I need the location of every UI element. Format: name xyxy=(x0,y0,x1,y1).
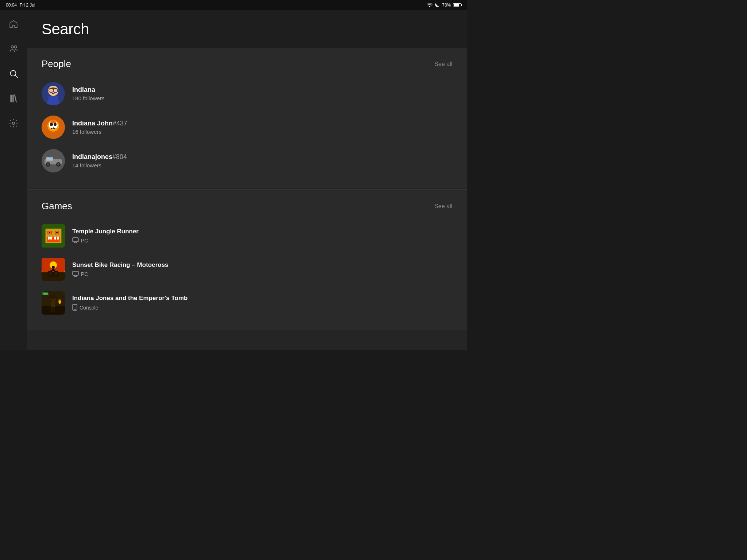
app-container: Search People See all xyxy=(0,10,467,350)
battery-percent: 78% xyxy=(442,3,451,8)
svg-text:XBOX: XBOX xyxy=(43,293,49,295)
svg-point-57 xyxy=(52,266,55,269)
svg-rect-75 xyxy=(74,309,76,310)
svg-point-71 xyxy=(59,301,61,304)
page-title-section: Search xyxy=(27,10,467,48)
list-item[interactable]: Indiana 180 followers xyxy=(42,77,452,110)
svg-point-2 xyxy=(10,70,16,76)
status-date: Fri 2 Jul xyxy=(20,3,35,8)
sidebar-item-friends[interactable] xyxy=(7,42,20,55)
game-thumbnail xyxy=(42,258,65,281)
svg-point-29 xyxy=(47,163,49,166)
svg-rect-21 xyxy=(51,128,55,129)
main-content: Search People See all xyxy=(27,10,467,350)
svg-rect-68 xyxy=(51,307,53,312)
pc-icon xyxy=(72,237,79,244)
person-followers: 180 followers xyxy=(72,95,452,101)
svg-point-19 xyxy=(50,122,53,126)
svg-point-30 xyxy=(57,163,59,166)
svg-rect-43 xyxy=(54,237,56,240)
sidebar-item-home[interactable] xyxy=(7,18,20,31)
avatar xyxy=(42,82,65,105)
svg-rect-47 xyxy=(73,238,78,242)
svg-point-0 xyxy=(11,46,14,48)
people-section-header: People See all xyxy=(42,58,452,70)
game-thumbnail xyxy=(42,224,65,248)
sidebar xyxy=(0,10,27,350)
person-followers: 14 followers xyxy=(72,162,452,168)
night-mode-icon xyxy=(435,2,440,8)
avatar xyxy=(42,149,65,172)
battery-icon xyxy=(453,3,461,7)
person-info: Indiana John#437 16 followers xyxy=(72,120,452,135)
svg-rect-66 xyxy=(51,295,55,299)
svg-rect-31 xyxy=(47,158,53,160)
svg-point-1 xyxy=(14,46,16,48)
people-section: People See all xyxy=(27,48,467,188)
console-icon xyxy=(72,304,77,312)
svg-point-20 xyxy=(54,122,57,126)
game-thumbnail: XBOX xyxy=(42,291,65,315)
people-list: Indiana 180 followers xyxy=(42,77,452,178)
game-info: Indiana Jones and the Emperor's Tomb Con… xyxy=(72,295,452,312)
page-title: Search xyxy=(42,20,452,38)
list-item[interactable]: Indiana John#437 16 followers xyxy=(42,110,452,144)
status-bar: 00:04 Fri 2 Jul 78% xyxy=(0,0,467,10)
svg-point-38 xyxy=(49,232,50,233)
avatar xyxy=(42,116,65,139)
game-info: Temple Jungle Runner xyxy=(72,228,452,244)
list-item[interactable]: Temple Jungle Runner xyxy=(42,219,452,253)
games-section-header: Games See all xyxy=(42,201,452,212)
list-item[interactable]: XBOX Indiana Jones and the Emperor's Tom… xyxy=(42,286,452,320)
svg-line-3 xyxy=(15,75,18,78)
person-name: Indiana John#437 xyxy=(72,120,452,127)
sidebar-item-search[interactable] xyxy=(7,67,20,80)
status-time: 00:04 xyxy=(6,3,17,8)
svg-point-39 xyxy=(56,232,58,233)
person-name: indianajones#804 xyxy=(72,153,452,161)
game-title: Sunset Bike Racing – Motocross xyxy=(72,261,452,269)
games-see-all-button[interactable]: See all xyxy=(434,203,452,210)
games-list: Temple Jungle Runner xyxy=(42,219,452,320)
svg-rect-42 xyxy=(50,237,52,240)
game-platform: Console xyxy=(72,304,452,312)
game-platform: PC xyxy=(72,237,452,244)
game-title: Indiana Jones and the Emperor's Tomb xyxy=(72,295,452,302)
svg-point-6 xyxy=(12,122,15,125)
game-title: Temple Jungle Runner xyxy=(72,228,452,235)
svg-rect-44 xyxy=(57,237,59,240)
people-see-all-button[interactable]: See all xyxy=(434,61,452,67)
game-info: Sunset Bike Racing – Motocross PC xyxy=(72,261,452,278)
list-item[interactable]: indianajones#804 14 followers xyxy=(42,144,452,178)
games-section: Games See all xyxy=(27,190,467,330)
sidebar-item-library[interactable] xyxy=(7,92,20,105)
person-name: Indiana xyxy=(72,86,452,94)
svg-rect-5 xyxy=(12,95,13,102)
svg-rect-58 xyxy=(73,271,78,275)
svg-rect-67 xyxy=(51,302,55,307)
people-section-title: People xyxy=(42,58,71,70)
person-followers: 16 followers xyxy=(72,129,452,135)
status-right: 78% xyxy=(427,2,461,8)
list-item[interactable]: Sunset Bike Racing – Motocross PC xyxy=(42,253,452,286)
svg-rect-4 xyxy=(10,95,11,102)
platform-label: Console xyxy=(80,305,98,311)
sidebar-item-settings[interactable] xyxy=(7,117,20,130)
svg-rect-69 xyxy=(54,307,55,312)
platform-label: PC xyxy=(81,271,88,277)
game-platform: PC xyxy=(72,271,452,278)
svg-rect-41 xyxy=(48,237,50,240)
person-info: indianajones#804 14 followers xyxy=(72,153,452,168)
pc-icon xyxy=(72,271,79,278)
person-info: Indiana 180 followers xyxy=(72,86,452,101)
platform-label: PC xyxy=(81,238,88,244)
svg-rect-10 xyxy=(48,96,58,100)
wifi-icon xyxy=(427,3,433,8)
games-section-title: Games xyxy=(42,201,72,212)
